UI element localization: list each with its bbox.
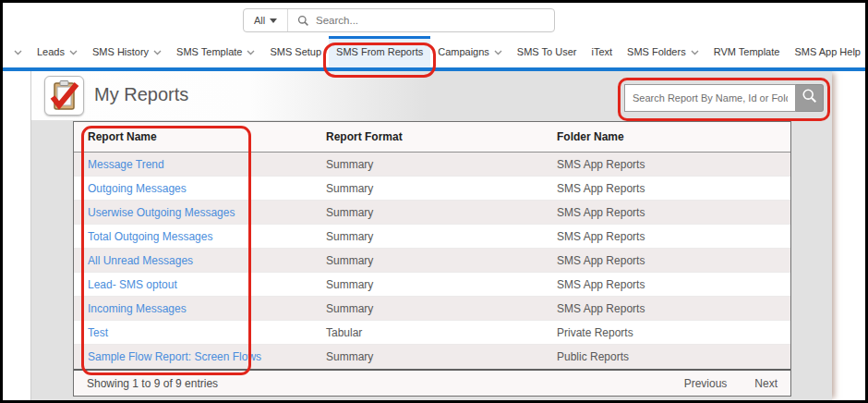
global-search-box: All (243, 8, 555, 32)
column-header-report-name[interactable]: Report Name (74, 130, 312, 143)
tab-label: SMS Folders (627, 46, 686, 57)
report-search-box (624, 84, 824, 112)
tab-sms-setup[interactable]: SMS Setup (262, 36, 329, 67)
column-header-report-format[interactable]: Report Format (312, 130, 543, 143)
report-format-cell: Summary (312, 350, 543, 363)
folder-name-cell: SMS App Reports (543, 182, 790, 195)
folder-name-cell: SMS App Reports (543, 278, 790, 291)
table-row: Outgoing Messages Summary SMS App Report… (74, 177, 790, 201)
folder-name-cell: Private Reports (543, 326, 790, 339)
report-link[interactable]: Incoming Messages (88, 302, 187, 315)
page-title: My Reports (94, 84, 188, 105)
search-icon (297, 15, 309, 27)
tab-sms-template[interactable]: SMS Template (169, 36, 262, 67)
dropdown-caret-icon (270, 18, 277, 23)
chevron-down-icon (153, 50, 162, 55)
tab-label: SMS Setup (270, 46, 321, 57)
content-area: My Reports Report Name Report Format Fol… (3, 71, 865, 400)
table-row: Sample Flow Report: Screen Flows Summary… (74, 345, 790, 369)
tab-sms-from-reports[interactable]: SMS From Reports (329, 36, 430, 67)
table-body: Message Trend Summary SMS App Reports Ou… (74, 153, 790, 369)
reports-panel: My Reports Report Name Report Format Fol… (30, 71, 832, 400)
report-link[interactable]: Outgoing Messages (88, 182, 187, 195)
table-row: All Unread Messages Summary SMS App Repo… (74, 249, 790, 273)
report-link[interactable]: Userwise Outgoing Messages (88, 206, 235, 219)
table-row: Test Tabular Private Reports (74, 321, 790, 345)
folder-name-cell: SMS App Reports (543, 302, 790, 315)
tab-sms-folders[interactable]: SMS Folders (620, 36, 706, 67)
global-search-input[interactable] (316, 15, 554, 26)
app-window: All Leads SMS History SMS Template SMS S… (0, 0, 868, 403)
tab-sms-app-help[interactable]: SMS App Help (787, 36, 868, 67)
table-row: Userwise Outgoing Messages Summary SMS A… (74, 201, 790, 225)
tab-label: Campaigns (438, 46, 489, 57)
header-fade (31, 71, 428, 120)
report-format-cell: Summary (312, 302, 543, 315)
tab-label: Leads (37, 46, 65, 57)
table-row: Message Trend Summary SMS App Reports (74, 153, 790, 177)
brand-underline (3, 67, 865, 71)
table-row: Incoming Messages Summary SMS App Report… (74, 297, 790, 321)
search-scope-dropdown[interactable]: All (244, 9, 288, 31)
tab-label: SMS Template (176, 46, 242, 57)
report-format-cell: Summary (312, 158, 543, 171)
folder-name-cell: SMS App Reports (543, 230, 790, 243)
tab-label: iText (591, 46, 612, 57)
report-link[interactable]: Total Outgoing Messages (88, 230, 212, 243)
report-link[interactable]: Test (88, 326, 108, 339)
report-format-cell: Summary (312, 230, 543, 243)
table-footer: Showing 1 to 9 of 9 entries Previous Nex… (74, 369, 790, 396)
tab-campaigns[interactable]: Campaigns (430, 36, 510, 67)
tab-label: SMS From Reports (336, 46, 423, 57)
entries-status: Showing 1 to 9 of 9 entries (87, 377, 218, 390)
report-search-button[interactable] (796, 84, 824, 112)
report-link[interactable]: Message Trend (88, 158, 164, 171)
folder-name-cell: Public Reports (543, 350, 790, 363)
folder-name-cell: SMS App Reports (543, 254, 790, 267)
report-link[interactable]: Sample Flow Report: Screen Flows (88, 350, 261, 363)
table-row: Total Outgoing Messages Summary SMS App … (74, 225, 790, 249)
report-format-cell: Summary (312, 182, 543, 195)
tab-bar: Leads SMS History SMS Template SMS Setup… (3, 36, 865, 67)
pagination: Previous Next (684, 377, 778, 390)
report-link[interactable]: Lead- SMS optout (88, 278, 177, 291)
tab-leads[interactable]: Leads (30, 36, 85, 67)
tab-rvm-template[interactable]: RVM Template (706, 36, 788, 67)
magnifier-icon (802, 88, 818, 108)
tab-sms-history[interactable]: SMS History (85, 36, 169, 67)
table-header-row: Report Name Report Format Folder Name (74, 122, 790, 153)
chevron-down-icon (247, 50, 255, 55)
folder-name-cell: SMS App Reports (543, 206, 790, 219)
chevron-down-icon (494, 50, 502, 55)
report-format-cell: Summary (312, 278, 543, 291)
next-button[interactable]: Next (754, 377, 778, 390)
report-link[interactable]: All Unread Messages (88, 254, 193, 267)
tab-partial[interactable] (6, 36, 30, 67)
chevron-down-icon (691, 50, 699, 55)
tab-label: SMS History (92, 46, 149, 57)
tab-label: RVM Template (714, 46, 780, 57)
tab-label: SMS App Help (794, 46, 861, 57)
search-scope-label: All (254, 15, 265, 26)
folder-name-cell: SMS App Reports (543, 158, 790, 171)
clipboard-check-icon (44, 76, 84, 116)
chevron-down-icon (14, 50, 22, 55)
column-header-folder-name[interactable]: Folder Name (543, 130, 790, 143)
chevron-down-icon (69, 50, 78, 55)
tab-itext[interactable]: iText (584, 36, 620, 67)
reports-table: Report Name Report Format Folder Name Me… (73, 121, 791, 397)
tab-label: SMS To User (517, 46, 577, 57)
report-format-cell: Summary (312, 254, 543, 267)
top-bar: All (3, 3, 865, 36)
table-row: Lead- SMS optout Summary SMS App Reports (74, 273, 790, 297)
previous-button[interactable]: Previous (684, 377, 728, 390)
report-search-input[interactable] (624, 84, 796, 112)
report-format-cell: Summary (312, 206, 543, 219)
report-format-cell: Tabular (312, 326, 543, 339)
tab-sms-to-user[interactable]: SMS To User (510, 36, 585, 67)
